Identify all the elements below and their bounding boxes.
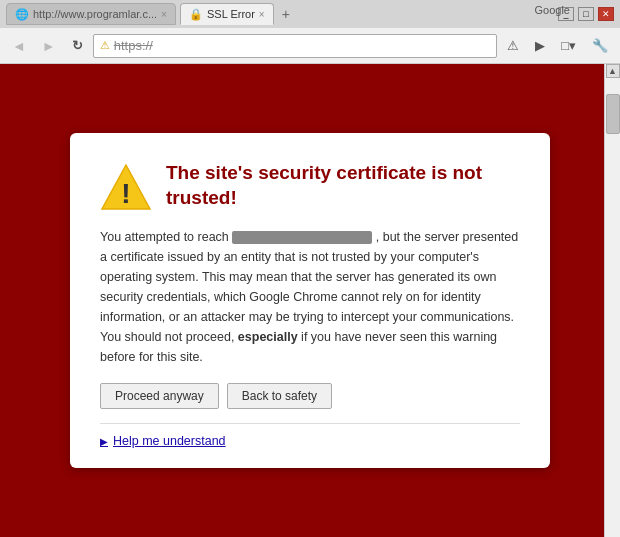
scrollbar[interactable]: ▲ <box>604 64 620 537</box>
tab-strip: 🌐 http://www.programlar.c... × 🔒 SSL Err… <box>6 3 294 25</box>
button-row: Proceed anyway Back to safety <box>100 383 520 409</box>
warning-nav-button[interactable]: ⚠ <box>501 35 525 56</box>
google-label: Google <box>535 4 570 16</box>
error-header: ! The site's security certificate is not… <box>100 161 520 213</box>
tab-close-2[interactable]: × <box>259 9 265 20</box>
error-body: You attempted to reach , but the server … <box>100 227 520 367</box>
security-warning-icon: ⚠ <box>100 39 110 52</box>
scroll-up-arrow[interactable]: ▲ <box>606 64 620 78</box>
error-title: The site's security certificate is not t… <box>166 161 520 210</box>
new-tab-button[interactable]: + <box>278 4 294 24</box>
title-bar: 🌐 http://www.programlar.c... × 🔒 SSL Err… <box>0 0 620 28</box>
error-body-especially: especially <box>238 330 298 344</box>
tab-page-icon-2: 🔒 <box>189 8 203 21</box>
navigation-bar: ◄ ► ↻ ⚠ https:// ⚠ ▶ □▾ 🔧 <box>0 28 620 64</box>
error-body-after-domain: , but the server presented a certificate… <box>100 230 518 344</box>
page-button[interactable]: □▾ <box>555 35 582 56</box>
maximize-button[interactable]: □ <box>578 7 594 21</box>
tab-close-1[interactable]: × <box>161 9 167 20</box>
back-button[interactable]: ◄ <box>6 34 32 58</box>
help-link[interactable]: ▶ Help me understand <box>100 434 520 448</box>
redacted-domain <box>232 231 372 244</box>
help-arrow-icon: ▶ <box>100 436 108 447</box>
address-bar[interactable]: ⚠ https:// <box>93 34 497 58</box>
help-link-text: Help me understand <box>113 434 226 448</box>
divider <box>100 423 520 424</box>
error-body-intro: You attempted to reach <box>100 230 229 244</box>
scroll-thumb[interactable] <box>606 94 620 134</box>
play-button[interactable]: ▶ <box>529 35 551 56</box>
tab-inactive-1[interactable]: 🌐 http://www.programlar.c... × <box>6 3 176 25</box>
reload-button[interactable]: ↻ <box>66 34 89 58</box>
warning-triangle-icon: ! <box>100 161 152 213</box>
tab-label-2: SSL Error <box>207 8 255 20</box>
proceed-anyway-button[interactable]: Proceed anyway <box>100 383 219 409</box>
tab-page-icon-1: 🌐 <box>15 8 29 21</box>
nav-extras: ⚠ ▶ □▾ 🔧 <box>501 35 614 56</box>
back-to-safety-button[interactable]: Back to safety <box>227 383 332 409</box>
tab-active-2[interactable]: 🔒 SSL Error × <box>180 3 274 25</box>
page-content: ! The site's security certificate is not… <box>0 64 620 537</box>
wrench-button[interactable]: 🔧 <box>586 35 614 56</box>
svg-text:!: ! <box>121 178 130 209</box>
tab-label-1: http://www.programlar.c... <box>33 8 157 20</box>
address-scheme: https:// <box>114 38 153 53</box>
error-card: ! The site's security certificate is not… <box>70 133 550 468</box>
forward-button[interactable]: ► <box>36 34 62 58</box>
close-button[interactable]: ✕ <box>598 7 614 21</box>
